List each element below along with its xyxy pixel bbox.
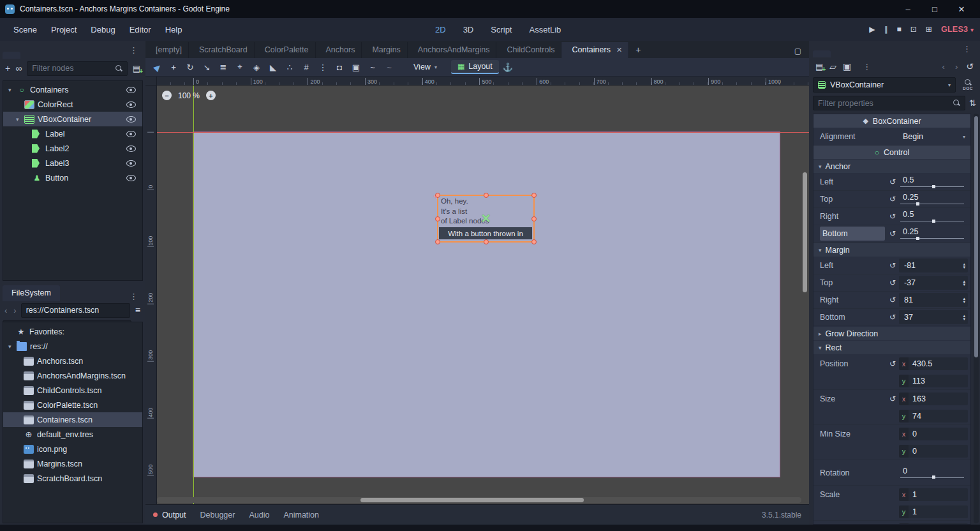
canvas-viewport[interactable]: − 100 % + + Oh, hey. It's a list of Labe…: [157, 86, 809, 504]
file-row[interactable]: ColorPalette.tscn: [3, 398, 142, 412]
pan-tool-icon[interactable]: ◈: [249, 59, 264, 75]
position-select-icon[interactable]: ⌖: [232, 59, 248, 75]
move-tool-icon[interactable]: +: [166, 59, 181, 75]
bottom-panel-tab[interactable]: Animation: [276, 511, 326, 520]
view-menu-button[interactable]: View ▾: [407, 61, 443, 73]
visibility-eye-icon[interactable]: [126, 146, 136, 152]
add-node-icon[interactable]: +: [5, 63, 10, 73]
favorites-row[interactable]: Favorites:: [3, 324, 142, 339]
revert-icon[interactable]: ↺: [886, 261, 899, 270]
distraction-free-icon[interactable]: ▢: [787, 47, 809, 58]
size-x-value[interactable]: 163: [909, 393, 968, 405]
property-tools-icon[interactable]: ⇅: [969, 98, 976, 108]
hscrollbar-thumb[interactable]: [360, 498, 584, 502]
dock-tab[interactable]: [3, 52, 20, 59]
zoom-out-button[interactable]: −: [162, 91, 172, 100]
snap-options-icon[interactable]: ⋮: [315, 59, 330, 75]
min-size-x-value[interactable]: 0: [909, 428, 968, 440]
property-value[interactable]: 0.25: [903, 227, 918, 236]
dock-tab[interactable]: [831, 50, 849, 57]
group-object-icon[interactable]: ▣: [348, 59, 364, 75]
menu-item[interactable]: Project: [44, 21, 84, 38]
scene-tree-row[interactable]: ColorRect: [3, 97, 142, 112]
revert-icon[interactable]: ↺: [886, 355, 899, 389]
scene-tree-row[interactable]: ▾ Containers: [3, 82, 142, 97]
resize-handle[interactable]: [484, 193, 489, 198]
scene-tab[interactable]: ScratchBoard ✕: [189, 42, 255, 58]
property-field[interactable]: 81 ▴▾: [899, 293, 968, 307]
scene-tab[interactable]: Containers ✕: [561, 42, 629, 58]
scene-button-node[interactable]: With a button thrown in: [439, 227, 532, 239]
menu-item[interactable]: Scene: [6, 21, 44, 38]
section-margin[interactable]: ▾Margin: [813, 243, 970, 257]
context-button[interactable]: 3D: [454, 22, 480, 38]
vscrollbar-thumb[interactable]: [803, 172, 807, 292]
min-size-y-value[interactable]: 0: [909, 445, 968, 458]
dock-menu-icon[interactable]: ⋮: [124, 45, 143, 55]
resize-handle[interactable]: [435, 193, 440, 198]
property-field[interactable]: -37 ▴▾: [899, 276, 968, 290]
file-row[interactable]: icon.png: [3, 442, 142, 456]
file-row[interactable]: ChildControls.tscn: [3, 383, 142, 398]
ruler-tool-icon[interactable]: ◣: [265, 59, 281, 75]
resize-handle[interactable]: [531, 239, 537, 244]
revert-icon[interactable]: ↺: [886, 212, 899, 221]
file-row[interactable]: ScratchBoard.tscn: [3, 471, 142, 486]
renderer-select[interactable]: GLES3 ▾: [941, 25, 974, 34]
open-docs-button[interactable]: DOC: [960, 77, 976, 93]
load-resource-folder-icon[interactable]: ▱: [829, 61, 836, 71]
filesystem-tab[interactable]: FileSystem: [3, 285, 60, 301]
new-resource-icon[interactable]: ▤: [815, 62, 823, 71]
section-grow-direction[interactable]: ▸Grow Direction: [813, 327, 970, 340]
menu-item[interactable]: Help: [158, 21, 189, 38]
context-button[interactable]: AssetLib: [520, 22, 567, 38]
visibility-eye-icon[interactable]: [126, 175, 136, 181]
inspector-scrollbar[interactable]: [974, 114, 979, 523]
property-value[interactable]: 0.5: [903, 176, 914, 184]
property-field[interactable]: 0.5: [899, 209, 968, 224]
property-field[interactable]: 0.25: [899, 226, 968, 241]
value-slider[interactable]: [900, 477, 964, 478]
scale-x-value[interactable]: 1: [909, 488, 968, 501]
size-y-value[interactable]: 74: [909, 410, 968, 423]
pause-button[interactable]: ∥: [884, 25, 888, 34]
edited-node-dropdown[interactable]: VBoxContainer ▾: [813, 77, 956, 93]
scene-tab[interactable]: Anchors ✕: [316, 42, 362, 58]
expand-chevron-icon[interactable]: ▾: [8, 87, 17, 93]
zoom-percent[interactable]: 100 %: [178, 91, 200, 100]
revert-icon[interactable]: ↺: [886, 229, 899, 238]
property-value[interactable]: -81: [904, 261, 963, 270]
scrollbar-thumb[interactable]: [974, 116, 978, 357]
close-tab-icon[interactable]: ✕: [616, 46, 622, 54]
selected-node-bounds[interactable]: + Oh, hey. It's a list of Label nodes × …: [437, 195, 535, 243]
history-icon[interactable]: ↺: [966, 61, 974, 71]
visibility-eye-icon[interactable]: [126, 131, 136, 137]
play-scene-button[interactable]: ⊡: [910, 25, 917, 34]
bottom-panel-tab[interactable]: Output: [155, 511, 193, 520]
file-row[interactable]: Containers.tscn: [3, 412, 142, 427]
stop-button[interactable]: ■: [897, 25, 902, 34]
resize-handle[interactable]: [531, 193, 537, 198]
position-x-value[interactable]: 430.5: [909, 357, 968, 370]
skeleton-icon[interactable]: ~: [365, 59, 380, 75]
spinner-icon[interactable]: ▴▾: [963, 314, 967, 320]
res-root-row[interactable]: ▾ res://: [3, 339, 142, 354]
resize-handle[interactable]: [435, 239, 440, 244]
history-back-icon[interactable]: ‹: [940, 62, 947, 71]
grid-snap-icon[interactable]: #: [299, 59, 314, 75]
scale-y-value[interactable]: 1: [909, 505, 968, 518]
property-field[interactable]: -81 ▴▾: [899, 258, 968, 273]
dock-menu-icon[interactable]: ⋮: [958, 44, 976, 54]
close-button[interactable]: ✕: [948, 1, 975, 17]
revert-icon[interactable]: ↺: [886, 278, 899, 287]
resize-handle[interactable]: [435, 216, 440, 221]
property-field[interactable]: 0.25: [899, 191, 968, 207]
history-forward-icon[interactable]: ›: [953, 62, 960, 71]
canvas-vscrollbar[interactable]: [802, 86, 808, 495]
property-field[interactable]: 0: [899, 465, 968, 481]
revert-icon[interactable]: ↺: [886, 177, 899, 186]
file-row[interactable]: default_env.tres: [3, 427, 142, 442]
context-button[interactable]: Script: [482, 22, 517, 38]
attach-script-icon[interactable]: ▤: [133, 64, 140, 73]
visibility-eye-icon[interactable]: [126, 101, 136, 108]
